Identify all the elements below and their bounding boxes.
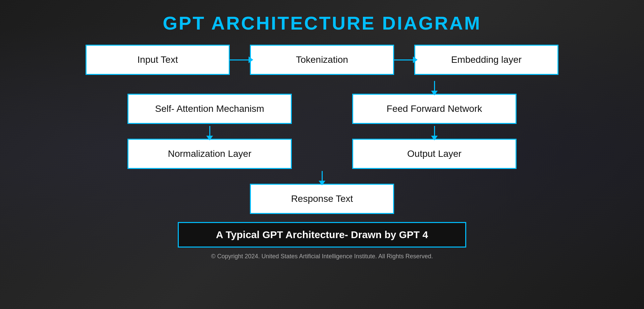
arrow-tokenization-to-embedding (394, 45, 414, 75)
caption-box: A Typical GPT Architecture- Drawn by GPT… (178, 222, 466, 248)
arrow-ffn-to-output (434, 124, 435, 139)
left-column: Self- Attention Mechanism Normalization … (117, 79, 302, 169)
input-text-node: Input Text (86, 45, 230, 75)
arrow-input-to-tokenization (230, 45, 250, 75)
diagram: Input Text Tokenization Embedding layer … (0, 45, 644, 309)
row2: Self- Attention Mechanism Normalization … (0, 79, 644, 169)
copyright-text: © Copyright 2024. United States Artifici… (211, 253, 433, 260)
response-node: Response Text (250, 184, 394, 214)
ffn-node: Feed Forward Network (352, 94, 517, 124)
arrow-embedding-to-ffn (434, 79, 435, 94)
caption-text: A Typical GPT Architecture- Drawn by GPT… (216, 229, 428, 240)
row1: Input Text Tokenization Embedding layer (0, 45, 644, 75)
tokenization-node: Tokenization (250, 45, 394, 75)
embedding-node: Embedding layer (414, 45, 558, 75)
arrow-to-response (322, 169, 323, 184)
page-title: GPT ARCHITECTURE DIAGRAM (163, 12, 481, 34)
response-section: Response Text (250, 169, 394, 214)
normalization-node: Normalization Layer (127, 139, 292, 169)
self-attention-node: Self- Attention Mechanism (127, 94, 292, 124)
output-node: Output Layer (352, 139, 517, 169)
arrow-self-attention-to-norm (209, 124, 210, 139)
right-column: Feed Forward Network Output Layer (342, 79, 527, 169)
